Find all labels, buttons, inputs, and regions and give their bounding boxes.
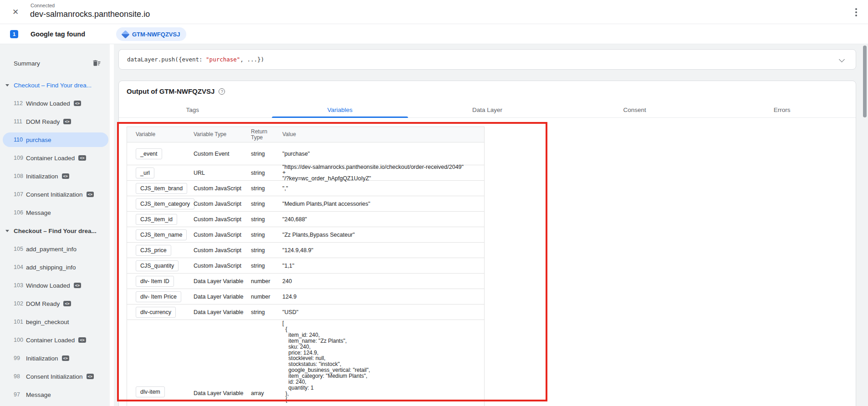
dlv-item-row: dlv-item Data Layer Variable array [ { i… [127, 320, 484, 406]
return-type: string [251, 309, 279, 315]
event-label: Container Loaded [26, 337, 75, 344]
connection-header: ✕ Connected dev-salmanrocks.pantheonsite… [0, 0, 868, 24]
event-number: 98 [14, 373, 26, 380]
tag-found-label: Google tag found [31, 30, 85, 38]
output-tab[interactable]: Consent [561, 102, 709, 117]
event-number: 109 [14, 155, 26, 161]
code-tag-icon: <> [74, 283, 81, 289]
sidebar-event-item[interactable]: 97 Message [0, 386, 114, 404]
tag-count-badge: 1 [10, 30, 18, 38]
main-scrollbar-thumb[interactable] [863, 46, 867, 117]
event-group-title: Checkout – Find Your drea... [14, 228, 97, 234]
variable-chip: CJS_quantity [136, 260, 179, 271]
variable-row: _url URL string "https://dev-salmanrocks… [127, 165, 484, 181]
collapse-triangle-icon [5, 230, 9, 232]
event-label: Consent Initialization [26, 191, 83, 198]
code-tag-icon: <> [78, 337, 86, 343]
return-type: string [251, 201, 279, 207]
return-type: string [251, 247, 279, 254]
datalayer-push-bar[interactable]: dataLayer.push({event: "purchase", ...}) [118, 49, 856, 70]
delete-sweep-icon[interactable] [92, 59, 101, 69]
variable-value: "Medium Plants,Plant accessories" [282, 201, 496, 207]
sidebar-event-item[interactable]: 101 begin_checkout [0, 313, 114, 331]
return-type: array [251, 390, 279, 396]
event-label: Initialization [26, 355, 58, 362]
variable-type: Data Layer Variable [194, 309, 249, 315]
variable-value: "purchase" [282, 151, 496, 157]
output-title: Output of GTM-NWFQZVSJ [127, 87, 214, 95]
variable-value: "1,1" [282, 263, 496, 269]
return-type: number [251, 294, 279, 300]
variable-type: Custom Event [194, 151, 249, 157]
sidebar-event-item[interactable]: 109 Container Loaded <> [0, 149, 114, 167]
help-icon[interactable]: ? [219, 88, 225, 95]
variable-row: dlv-currency Data Layer Variable string … [127, 304, 484, 320]
event-list: 112 Window Loaded <> 111 DOM Ready <> 11… [0, 94, 114, 222]
datalayer-code: dataLayer.push({event: "purchase", ...}) [127, 50, 264, 69]
collapse-triangle-icon [5, 84, 9, 86]
event-number: 107 [14, 191, 26, 198]
variable-type: Custom JavaScript [194, 201, 249, 207]
variables-table-header: Variable Variable Type Return Type Value [127, 127, 484, 142]
event-number: 111 [14, 118, 26, 125]
event-number: 100 [14, 337, 26, 343]
output-tabs: TagsVariablesData LayerConsentErrors [119, 102, 856, 118]
sidebar-event-item[interactable]: 112 Window Loaded <> [0, 94, 114, 112]
tag-assistant-app: ✕ Connected dev-salmanrocks.pantheonsite… [0, 0, 868, 406]
variable-chip: dlv- Item Price [136, 291, 181, 302]
overflow-menu-icon[interactable] [852, 7, 861, 18]
variable-value: "240,688" [282, 216, 496, 222]
sidebar-event-item[interactable]: 108 Initialization <> [0, 167, 114, 185]
variable-type: Data Layer Variable [194, 278, 249, 284]
code-tag-icon: <> [74, 101, 81, 107]
sidebar-event-item[interactable]: 98 Consent Initialization <> [0, 367, 114, 386]
event-list: 105 add_payment_info 104 add_shipping_in… [0, 240, 114, 404]
variable-row: _event Custom Event string "purchase" [127, 142, 484, 165]
event-label: Container Loaded [26, 155, 75, 162]
event-label: purchase [26, 137, 51, 143]
variable-type: Custom JavaScript [194, 247, 249, 254]
sidebar-event-item[interactable]: 110 purchase [0, 131, 114, 149]
sidebar: Summary Checkout – Find Your drea... 112 [0, 44, 114, 406]
sidebar-event-item[interactable]: 111 DOM Ready <> [0, 112, 114, 131]
sidebar-event-item[interactable]: 100 Container Loaded <> [0, 331, 114, 349]
chevron-down-icon[interactable] [839, 56, 845, 62]
output-tab[interactable]: Tags [119, 102, 266, 117]
code-tag-icon: <> [78, 155, 86, 161]
event-group: Checkout – Find Your drea... 112 Window … [0, 76, 114, 222]
variable-row: CJS_price Custom JavaScript string "124.… [127, 243, 484, 258]
event-label: begin_checkout [26, 319, 69, 325]
output-tab[interactable]: Data Layer [414, 102, 561, 117]
sidebar-event-item[interactable]: 107 Consent Initialization <> [0, 185, 114, 203]
output-tab[interactable]: Errors [708, 102, 856, 117]
variable-chip: _event [136, 148, 162, 159]
variable-type: Data Layer Variable [194, 390, 249, 396]
event-label: Message [26, 209, 51, 216]
code-tag-icon: <> [62, 355, 69, 361]
close-icon[interactable]: ✕ [10, 6, 21, 17]
return-type: string [251, 216, 279, 223]
variable-row: dlv- Item ID Data Layer Variable number … [127, 274, 484, 289]
variable-value: "," [282, 185, 496, 191]
sidebar-event-item[interactable]: 103 Window Loaded <> [0, 276, 114, 294]
sidebar-event-item[interactable]: 105 add_payment_info [0, 240, 114, 258]
variable-type: URL [194, 170, 249, 176]
return-type: number [251, 278, 279, 284]
output-tab[interactable]: Variables [266, 102, 414, 117]
sidebar-event-item[interactable]: 102 DOM Ready <> [0, 294, 114, 313]
event-group-header[interactable]: Checkout – Find Your drea... [0, 222, 114, 240]
event-group-header[interactable]: Checkout – Find Your drea... [0, 76, 114, 94]
code-tag-icon: <> [63, 119, 71, 125]
variable-type: Custom JavaScript [194, 185, 249, 192]
event-label: Window Loaded [26, 282, 70, 289]
gtm-diamond-icon [121, 30, 129, 38]
sidebar-event-item[interactable]: 99 Initialization <> [0, 349, 114, 367]
event-label: Initialization [26, 173, 58, 180]
summary-label: Summary [14, 60, 40, 67]
variable-row: CJS_quantity Custom JavaScript string "1… [127, 258, 484, 274]
sidebar-event-item[interactable]: 104 add_shipping_info [0, 258, 114, 276]
sidebar-item-summary[interactable]: Summary [0, 56, 114, 71]
variable-chip: CJS_item_category [136, 198, 194, 209]
sidebar-event-item[interactable]: 106 Message [0, 203, 114, 222]
gtm-tag-chip[interactable]: GTM-NWFQZVSJ [116, 27, 186, 41]
